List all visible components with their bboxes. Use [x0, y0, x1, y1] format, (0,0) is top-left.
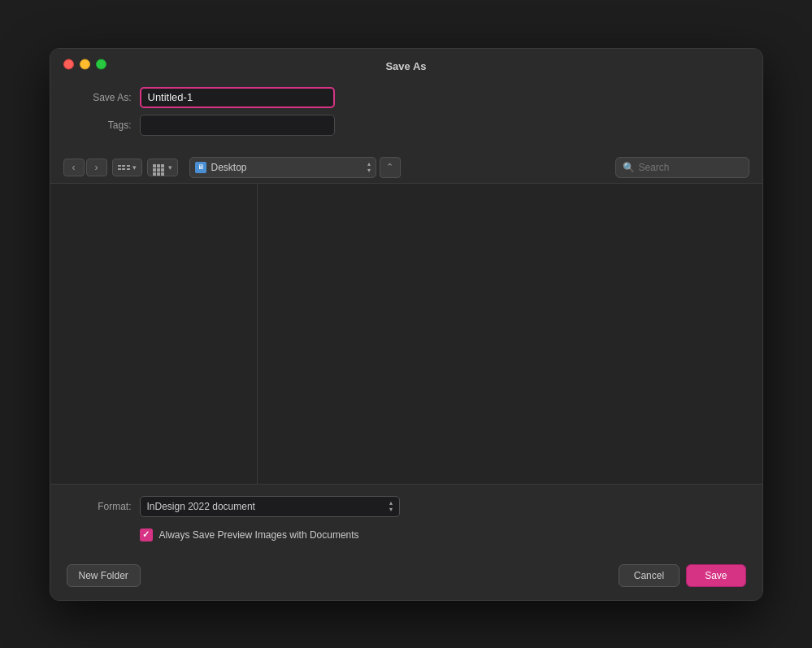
grid-view-icon [153, 159, 164, 176]
save-label: Save [705, 570, 727, 581]
list-view-button[interactable]: ▾ [112, 159, 142, 176]
stepper-down-2: ▾ [389, 507, 393, 513]
desktop-folder-icon: 🖥 [195, 162, 206, 173]
chevron-up-icon: ⌃ [386, 162, 393, 172]
action-buttons: Cancel Save [619, 564, 746, 587]
chevron-down-icon: ▾ [132, 163, 137, 172]
save-as-label: Save As: [67, 92, 132, 103]
back-icon: ‹ [72, 162, 76, 173]
toolbar: ‹ › ▾ [50, 152, 762, 184]
save-as-row: Save As: [67, 87, 746, 108]
close-button[interactable] [63, 59, 74, 70]
minimize-button[interactable] [80, 59, 90, 70]
grid-view-button[interactable]: ▾ [147, 159, 178, 176]
check-icon: ✓ [142, 529, 150, 540]
nav-buttons: ‹ › [63, 159, 107, 176]
save-as-dialog: Save As Save As: Tags: ‹ › [50, 48, 763, 601]
format-value: InDesign 2022 document [147, 501, 383, 512]
tags-label: Tags: [67, 120, 132, 131]
title-bar: Save As [50, 49, 762, 80]
location-stepper: ▴ ▾ [367, 161, 371, 174]
new-folder-label: New Folder [79, 570, 128, 581]
format-stepper: ▴ ▾ [389, 500, 393, 513]
forward-button[interactable]: › [86, 159, 107, 176]
format-row: Format: InDesign 2022 document ▴ ▾ [67, 496, 746, 517]
form-area: Save As: Tags: [50, 80, 762, 152]
dialog-title: Save As [385, 60, 426, 72]
cancel-label: Cancel [634, 570, 664, 581]
save-button[interactable]: Save [686, 564, 745, 587]
sidebar-panel [50, 184, 258, 484]
search-box[interactable]: 🔍 [615, 157, 749, 178]
search-input[interactable] [639, 162, 742, 173]
save-as-input[interactable] [140, 87, 335, 108]
new-folder-button[interactable]: New Folder [67, 564, 141, 587]
file-browser [50, 184, 762, 485]
location-bar: 🖥 Desktop ▴ ▾ ⌃ [189, 157, 610, 178]
chevron-down-icon-2: ▾ [168, 163, 172, 172]
preview-checkbox[interactable]: ✓ [140, 528, 153, 541]
checkbox-row: ✓ Always Save Preview Images with Docume… [140, 528, 746, 541]
format-selector[interactable]: InDesign 2022 document ▴ ▾ [140, 496, 400, 517]
main-panel [258, 184, 762, 484]
back-button[interactable]: ‹ [63, 159, 85, 176]
expand-button[interactable]: ⌃ [380, 157, 401, 178]
forward-icon: › [95, 162, 98, 173]
button-bar: New Folder Cancel Save [50, 553, 762, 600]
checkbox-label: Always Save Preview Images with Document… [159, 529, 359, 541]
list-view-icon [118, 165, 130, 170]
bottom-form: Format: InDesign 2022 document ▴ ▾ ✓ Alw… [50, 485, 762, 553]
maximize-button[interactable] [96, 59, 106, 70]
format-label: Format: [67, 501, 132, 512]
location-selector[interactable]: 🖥 Desktop ▴ ▾ [189, 157, 376, 178]
tags-row: Tags: [67, 115, 746, 136]
tags-input[interactable] [140, 115, 335, 136]
cancel-button[interactable]: Cancel [619, 564, 680, 587]
traffic-lights [63, 59, 106, 70]
stepper-down: ▾ [367, 167, 371, 174]
search-icon: 🔍 [623, 162, 635, 173]
location-label: Desktop [211, 162, 364, 173]
